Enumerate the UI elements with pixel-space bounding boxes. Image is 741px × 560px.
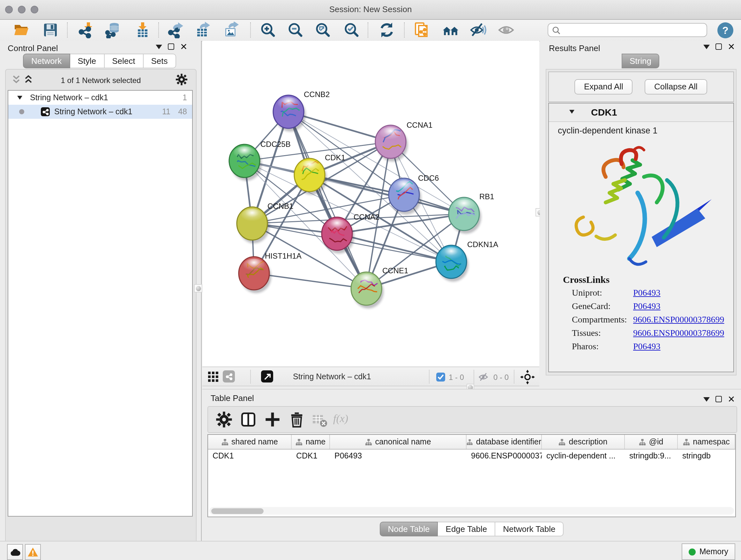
export-image-button[interactable] [223,22,239,38]
panel-close-icon[interactable]: ✕ [728,44,735,50]
hidden-eye-icon[interactable] [479,372,489,382]
node-CCNE1[interactable] [351,272,384,308]
tab-string[interactable]: String [621,54,660,68]
hide-selected-button[interactable] [470,22,486,38]
refresh-button[interactable] [379,22,395,38]
export-table-button[interactable] [195,22,211,38]
delete-column-trash-icon[interactable] [288,411,305,428]
gear-icon[interactable] [176,73,188,85]
node-CDKN1A[interactable] [436,245,468,282]
tab-style[interactable]: Style [70,54,105,68]
column-header-name[interactable]: name [292,435,330,449]
panel-collapse-icon[interactable] [703,397,710,401]
expand-all-button[interactable]: Expand All [575,79,633,95]
column-header-namespac[interactable]: namespac [678,435,735,449]
detach-view-icon[interactable] [261,370,273,382]
save-session-button[interactable] [42,22,59,38]
edge-CCNB2-CCNE1[interactable] [288,112,366,289]
help-button[interactable]: ? [718,22,733,38]
string-view-icon[interactable] [223,370,235,382]
scrollbar-thumb[interactable] [211,508,264,514]
node-CDK1[interactable] [294,159,327,195]
column-label: name [306,437,326,446]
cell-description[interactable]: cyclin-dependent ... [542,449,625,463]
crosslink-tissues--link[interactable]: 9606.ENSP00000378699 [633,327,724,339]
node-CCNA2[interactable] [322,217,354,253]
crosslink-uniprot--link[interactable]: P06493 [633,287,661,299]
column-header-database-identifier[interactable]: database identifier [467,435,542,449]
network-graph: CCNB2CCNA1CDC25BCDK1CDC6RB1CCNB1CCNA2CDK… [202,41,539,367]
table-settings-gear-icon[interactable] [216,411,232,428]
panel-float-icon[interactable] [716,396,722,402]
table-row[interactable]: CDK1CDK1P064939606.ENSP00000378699cyclin… [208,449,735,463]
cell-name[interactable]: CDK1 [292,449,330,463]
import-database-button[interactable] [105,22,121,38]
show-columns-icon[interactable] [240,411,257,428]
node-CCNA1[interactable] [375,125,408,162]
zoom-in-button[interactable] [260,22,276,38]
cell-namespac[interactable]: stringdb [678,449,735,463]
tab-network[interactable]: Network [23,54,70,68]
crosshair-icon[interactable] [520,370,535,384]
node-RB1[interactable] [449,197,481,234]
crosslink-compartments--link[interactable]: 9606.ENSP00000378699 [633,314,724,326]
function-builder-icon: f(x) [333,413,359,429]
node-HIST1H1A[interactable] [239,257,271,293]
open-file-button[interactable] [13,22,30,38]
network-item-row[interactable]: String Network – cdk1 11 48 [8,105,192,119]
search-field[interactable] [548,23,707,37]
left-splitter-handle[interactable] [194,284,202,293]
node-label-CCNE1: CCNE1 [382,266,408,275]
memory-button[interactable]: Memory [682,543,735,560]
import-table-button[interactable] [134,22,151,38]
first-neighbors-button[interactable] [442,22,459,38]
panel-collapse-icon[interactable] [156,44,162,49]
zoom-fit-button[interactable] [315,22,331,38]
tab-sets[interactable]: Sets [143,54,176,68]
warnings-button[interactable] [25,544,41,560]
node-CDC25B[interactable] [229,144,262,181]
clone-network-button[interactable] [414,22,430,38]
panel-close-icon[interactable]: ✕ [180,44,187,50]
tab-select[interactable]: Select [105,54,143,68]
collapse-all-button[interactable]: Collapse All [645,79,707,95]
zoom-out-button[interactable] [287,22,304,38]
table-horizontal-scrollbar[interactable] [209,507,734,515]
crosslinks-list: Uniprot:P06493GeneCard:P06493Compartment… [549,287,733,353]
cell-shared-name[interactable]: CDK1 [208,449,292,463]
selected-checkbox-icon[interactable] [436,372,446,382]
node-CCNB2[interactable] [273,95,306,132]
column-header-canonical-name[interactable]: canonical name [330,435,467,449]
cloud-button[interactable] [7,544,23,560]
panel-close-icon[interactable]: ✕ [728,396,735,402]
panel-collapse-icon[interactable] [703,44,710,49]
column-header-shared-name[interactable]: shared name [208,435,292,449]
node-result-header[interactable]: CDK1 [549,104,733,122]
show-all-button[interactable] [498,22,515,38]
tab-node-table[interactable]: Node Table [380,522,438,537]
cell-canonical-name[interactable]: P06493 [330,449,467,463]
panel-float-icon[interactable] [168,44,174,50]
zoom-selected-button[interactable] [343,22,360,38]
tab-network-table[interactable]: Network Table [495,522,563,537]
column-header--id[interactable]: @id [625,435,678,449]
crosslink-genecard--link[interactable]: P06493 [633,301,661,312]
grid-view-icon[interactable] [208,372,219,382]
node-CDC6[interactable] [389,178,421,214]
cell--id[interactable]: stringdb:9... [625,449,678,463]
panel-float-icon[interactable] [716,44,722,50]
export-network-button[interactable] [167,22,184,38]
network-group-row[interactable]: String Network – cdk1 1 [8,91,192,105]
column-header-description[interactable]: description [542,435,625,449]
search-input[interactable] [560,25,703,35]
tab-edge-table[interactable]: Edge Table [438,522,495,537]
add-column-icon[interactable] [264,411,281,428]
table-header-row: shared namenamecanonical namedatabase id… [208,435,735,449]
disclosure-triangle-icon[interactable] [17,96,22,100]
crosslink-label: GeneCard: [572,301,633,312]
disclosure-triangle-icon[interactable] [569,110,575,114]
cell-database-identifier[interactable]: 9606.ENSP00000378699 [467,449,542,463]
crosslink-pharos--link[interactable]: P06493 [633,341,661,353]
network-canvas[interactable]: CCNB2CCNA1CDC25BCDK1CDC6RB1CCNB1CCNA2CDK… [202,41,539,367]
import-network-button[interactable] [78,22,94,38]
